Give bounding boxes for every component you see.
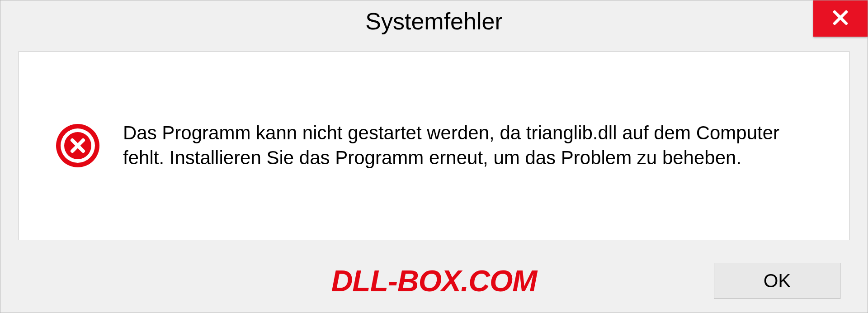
titlebar: Systemfehler	[0, 0, 868, 42]
close-icon	[830, 8, 850, 29]
watermark-text: DLL-BOX.COM	[331, 264, 537, 298]
error-icon	[55, 123, 100, 168]
content-area: Das Programm kann nicht gestartet werden…	[19, 51, 849, 240]
close-button[interactable]	[813, 0, 868, 37]
footer: DLL-BOX.COM OK	[0, 249, 868, 313]
error-message: Das Programm kann nicht gestartet werden…	[123, 121, 813, 170]
ok-button[interactable]: OK	[714, 263, 840, 299]
dialog-title: Systemfehler	[365, 8, 502, 35]
error-dialog: Systemfehler Das Programm kann nicht ges…	[0, 0, 868, 313]
